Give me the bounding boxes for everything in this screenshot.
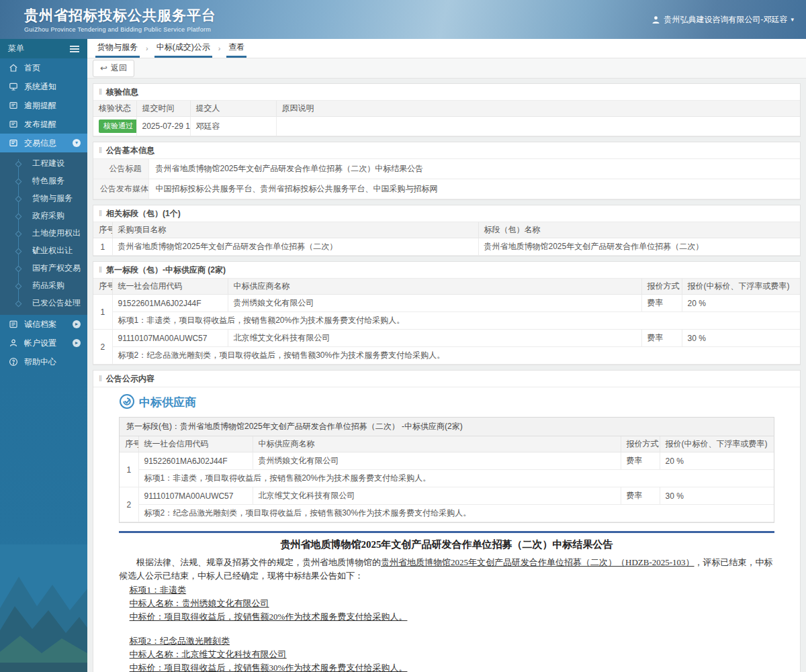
platform-subtitle: GuiZhou Province Tendering and Bidding P…: [24, 26, 216, 33]
table-row: 公告发布媒体 中国招标投标公共服务平台、贵州省招标投标公共服务平台、中国采购与招…: [93, 179, 800, 199]
submenu-item-mining-rights[interactable]: 矿业权出让: [0, 242, 87, 259]
top-header: 贵州省招标投标公共服务平台 GuiZhou Province Tendering…: [0, 0, 806, 39]
document-divider: [119, 531, 774, 533]
item2-winner-price: 中标价：项目取得收益后，按销售额30%作为技术服务费支付给采购人。: [130, 661, 774, 672]
sidebar-item-help-center[interactable]: 帮助中心: [0, 352, 87, 371]
row-index: 1: [93, 238, 112, 256]
trade-info-submenu: 工程建设 特色服务 货物与服务 政府采购 土地使用权出让 矿业权出让 国有产权交…: [0, 152, 87, 315]
winners-panel: ‖ 第一标段（包）-中标供应商 (2家) 序号 统一社会信用代码 中标供应商名称…: [93, 261, 801, 365]
winner-note-cell: 标项1：非遗类，项目取得收益后，按销售额20%作为技术服务费支付给采购人。: [112, 312, 800, 330]
publicity-box-title: 第一标段(包)：贵州省地质博物馆2025年文创产品研发合作单位招募（二次） -中…: [120, 418, 774, 436]
col-header: 中标供应商名称: [228, 279, 641, 295]
col-header: 报价方式: [621, 436, 660, 452]
page-content: ‖ 核验信息 核验状态 提交时间 提交人 原因说明 核验通过: [87, 79, 806, 672]
breadcrumb-separator: ›: [146, 39, 148, 58]
col-header: 提交人: [190, 101, 276, 117]
quote-price-cell: 30 %: [682, 330, 800, 347]
paragraph-text: 根据法律、法规、规章及招募文件的规定，贵州省地质博物馆的: [136, 557, 381, 567]
sidebar-item-account-settings[interactable]: 帐户设置 ▸: [0, 334, 87, 352]
app-window: 贵州省招标投标公共服务平台 GuiZhou Province Tendering…: [0, 0, 806, 672]
col-header: 报价(中标价、下浮率或费率): [682, 279, 800, 295]
question-icon: [9, 357, 18, 367]
section-title: 公告基本信息: [106, 145, 154, 156]
sidebar-item-trade-info[interactable]: 交易信息 ▾: [0, 134, 87, 152]
submenu-item-published-notices[interactable]: 已发公告处理: [0, 294, 87, 311]
sidebar-item-overdue-reminder[interactable]: 逾期提醒: [0, 96, 87, 115]
quote-method-cell: 费率: [641, 330, 682, 347]
quote-method-cell: 费率: [621, 452, 660, 470]
status-badge: 核验通过: [99, 119, 136, 133]
sidebar-item-label: 系统通知: [24, 81, 56, 93]
user-menu[interactable]: 贵州弘典建设咨询有限公司-邓廷容 ▾: [652, 14, 794, 26]
item2-category: 标项2：纪念品激光雕刻类: [130, 634, 774, 648]
col-header: 核验状态: [93, 101, 136, 117]
submenu-item-land-use[interactable]: 土地使用权出让: [0, 224, 87, 242]
sidebar-item-home[interactable]: 首页: [0, 58, 87, 77]
breadcrumb-goods-services[interactable]: 货物与服务: [95, 39, 140, 58]
announce-basic-panel: ‖ 公告基本信息 公告标题 贵州省地质博物馆2025年文创产品研发合作单位招募（…: [93, 142, 801, 200]
quote-price-cell: 30 %: [660, 487, 774, 505]
submenu-item-engineering[interactable]: 工程建设: [0, 154, 87, 172]
user-icon: [652, 15, 660, 24]
user-name: 贵州弘典建设咨询有限公司-邓廷容: [664, 14, 787, 26]
verify-status-cell: 核验通过: [93, 117, 136, 136]
section-marker: ‖: [99, 374, 102, 383]
table-row: 2 91110107MA00AUWC57 北京维艾文化科技有限公司 费率 30 …: [120, 487, 774, 505]
breadcrumb-view[interactable]: 查看: [226, 39, 247, 58]
col-header: 序号: [93, 222, 112, 238]
quote-method-cell: 费率: [641, 295, 682, 312]
sidebar-item-label: 交易信息: [24, 138, 56, 149]
item2-winner-name: 中标人名称：北京维艾文化科技有限公司: [130, 648, 774, 661]
supplier-name-cell: 贵州绣娘文化有限公司: [228, 295, 641, 312]
col-header: 序号: [93, 279, 112, 295]
table-row: 公告标题 贵州省地质博物馆2025年文创产品研发合作单位招募（二次）中标结果公告: [93, 159, 800, 179]
submenu-item-goods-services[interactable]: 货物与服务: [0, 189, 87, 207]
sidebar-item-label: 帐户设置: [24, 338, 56, 349]
item1-category: 标项1：非遗类: [130, 583, 774, 597]
supplier-name-cell: 北京维艾文化科技有限公司: [228, 330, 641, 347]
related-sections-header: ‖ 相关标段（包）(1个): [93, 205, 800, 222]
sidebar-item-system-notice[interactable]: 系统通知: [0, 77, 87, 96]
submenu-item-gov-procurement[interactable]: 政府采购: [0, 207, 87, 224]
chevron-down-icon: ▾: [73, 139, 81, 147]
submenu-item-special-service[interactable]: 特色服务: [0, 172, 87, 189]
row-index: 1: [120, 452, 138, 487]
table-row: 核验通过 2025-07-29 10:17 邓廷容: [93, 117, 800, 136]
col-header: 序号: [120, 436, 138, 452]
table-row-note: 标项2：纪念品激光雕刻类，项目取得收益后，按销售额30%作为技术服务费支付给采购…: [93, 347, 800, 365]
section-marker: ‖: [99, 87, 102, 97]
supplier-name-cell: 贵州绣娘文化有限公司: [253, 452, 621, 470]
breadcrumb-separator: ›: [218, 39, 221, 58]
table-row: 2 91110107MA00AUWC57 北京维艾文化科技有限公司 费率 30 …: [93, 330, 800, 347]
breadcrumb: 货物与服务 › 中标(成交)公示 › 查看: [87, 39, 806, 58]
winner-note-cell: 标项1：非遗类，项目取得收益后，按销售额20%作为技术服务费支付给采购人。: [138, 470, 774, 487]
home-icon: [9, 63, 18, 73]
project-link[interactable]: 贵州省地质博物馆2025年文创产品研发合作单位招募（二次）（HDZB-2025-…: [381, 557, 695, 567]
table-row: 1 91522601MA6J02J44F 贵州绣娘文化有限公司 费率 20 %: [93, 295, 800, 312]
sidebar-item-publish-reminder[interactable]: 发布提醒: [0, 115, 87, 134]
menu-label: 菜单: [8, 43, 24, 54]
related-sections-panel: ‖ 相关标段（包）(1个) 序号 采购项目名称 标段（包）名称 1 贵州省地质博…: [93, 205, 801, 256]
monitor-icon: [9, 82, 18, 91]
section-marker: ‖: [99, 265, 102, 275]
verify-section-header: ‖ 核验信息: [93, 84, 800, 101]
hamburger-icon[interactable]: [70, 46, 79, 52]
section-title: 相关标段（包）(1个): [106, 208, 181, 220]
chevron-right-icon: ▸: [73, 339, 81, 347]
col-header: 中标供应商名称: [253, 436, 621, 452]
section-name-cell: 贵州省地质博物馆2025年文创产品研发合作单位招募（二次）: [478, 238, 800, 256]
publicity-header: ‖ 公告公示内容: [93, 371, 800, 387]
submenu-item-drug-procurement[interactable]: 药品采购: [0, 277, 87, 294]
sidebar-item-credit-archive[interactable]: 诚信档案 ▸: [0, 315, 87, 334]
sidebar-item-label: 发布提醒: [24, 119, 56, 130]
document-title: 贵州省地质博物馆2025年文创产品研发合作单位招募（二次）中标结果公告: [119, 537, 774, 553]
col-header: 提交时间: [136, 101, 190, 117]
publicity-panel: ‖ 公告公示内容 中标供应商 第一标段(包)：贵州省地质博物馆2025年文创产品…: [93, 370, 801, 672]
back-button[interactable]: ↩ 返回: [93, 60, 134, 77]
submenu-item-state-property[interactable]: 国有产权交易: [0, 259, 87, 277]
breadcrumb-award-publicity[interactable]: 中标(成交)公示: [154, 39, 212, 58]
supplier-name-cell: 北京维艾文化科技有限公司: [253, 487, 621, 505]
document-paragraph: 根据法律、法规、规章及招募文件的规定，贵州省地质博物馆的贵州省地质博物馆2025…: [119, 556, 774, 583]
announce-basic-table: 公告标题 贵州省地质博物馆2025年文创产品研发合作单位招募（二次）中标结果公告…: [93, 159, 800, 199]
sidebar-menu-bar: 菜单: [0, 39, 87, 58]
